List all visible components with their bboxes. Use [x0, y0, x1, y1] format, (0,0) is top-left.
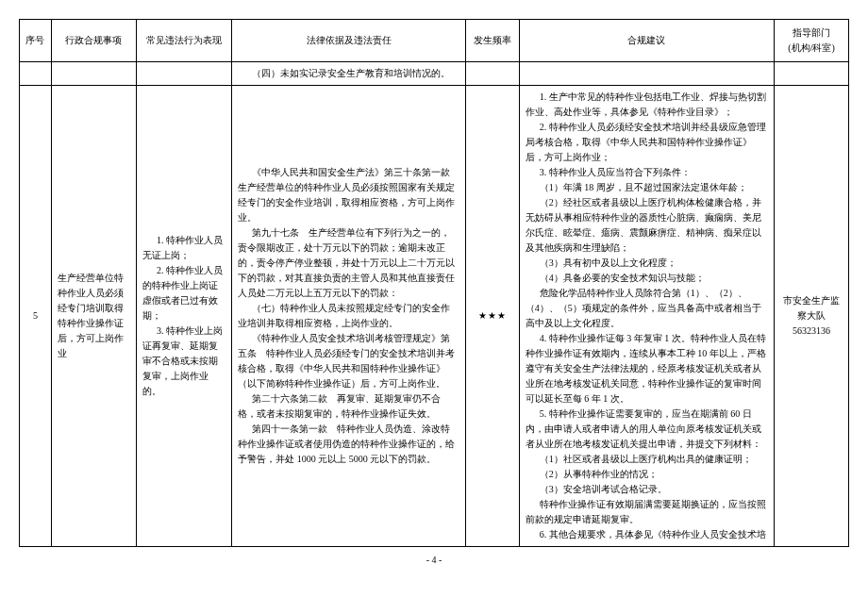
row5-seq: 5 [20, 86, 52, 547]
row5-freq: ★★★ [466, 86, 519, 547]
prev-violation [136, 62, 231, 86]
header-matter: 行政合规事项 [51, 20, 136, 62]
row5-advice-2: 2. 特种作业人员必须经安全技术培训并经县级应急管理局考核合格，取得《中华人民共… [526, 120, 768, 165]
prev-basis: （四）未如实记录安全生产教育和培训情况的。 [232, 62, 466, 86]
prev-matter [51, 62, 136, 86]
row5-advice-11: （1）社区或者县级以上医疗机构出具的健康证明； [526, 452, 768, 467]
row5-advice-1: 1. 生产中常见的特种作业包括电工作业、焊接与热切割作业、高处作业等，具体参见《… [526, 90, 768, 120]
row5-advice-6: （3）具有初中及以上文化程度； [526, 256, 768, 271]
row5-basis-6: 第四十一条第一款 特种作业人员伪造、涂改特种作业操作证或者使用伪造的特种作业操作… [238, 422, 459, 467]
row5-advice-14: 特种作业操作证有效期届满需要延期换证的，应当按照前款的规定申请延期复审。 [526, 497, 768, 527]
row5-basis: 《中华人民共和国安全生产法》第三十条第一款 生产经营单位的特种作业人员必须按照国… [232, 86, 466, 547]
row5-advice-12: （2）从事特种作业的情况； [526, 467, 768, 482]
prev-seq [20, 62, 52, 86]
row5-violation-3: 3. 特种作业上岗证再复审、延期复审不合格或未按期复审，上岗作业的。 [142, 324, 225, 399]
header-basis: 法律依据及违法责任 [232, 20, 466, 62]
table-row-prev: （四）未如实记录安全生产教育和培训情况的。 [20, 62, 849, 86]
compliance-table: 序号 行政合规事项 常见违法行为表现 法律依据及违法责任 发生频率 合规建议 指… [19, 19, 849, 547]
row5-dept: 市安全生产监察大队 56323136 [775, 86, 849, 547]
row5-violation-2: 2. 特种作业人员的特种作业上岗证虚假或者已过有效期； [142, 263, 225, 324]
prev-freq [466, 62, 519, 86]
row5-matter-text: 生产经营单位特种作业人员必须经专门培训取得特种作业操作证后，方可上岗作业 [58, 273, 124, 358]
table-header: 序号 行政合规事项 常见违法行为表现 法律依据及违法责任 发生频率 合规建议 指… [20, 20, 849, 62]
row5-matter: 生产经营单位特种作业人员必须经专门培训取得特种作业操作证后，方可上岗作业 [51, 86, 136, 547]
row5-advice-15: 6. 其他合规要求，具体参见《特种作业人员安全技术培 [526, 527, 768, 542]
row5-dept-name: 市安全生产监察大队 [780, 293, 843, 324]
row5-advice-3: 3. 特种作业人员应当符合下列条件： [526, 165, 768, 180]
header-dept-text: 指导部门 (机构/科室) [788, 27, 834, 53]
row5-advice-7: （4）具备必要的安全技术知识与技能； [526, 271, 768, 286]
row5-advice: 1. 生产中常见的特种作业包括电工作业、焊接与热切割作业、高处作业等，具体参见《… [519, 86, 774, 547]
header-freq: 发生频率 [466, 20, 519, 62]
row5-basis-3: （七）特种作业人员未按照规定经专门的安全作业培训并取得相应资格，上岗作业的。 [238, 301, 459, 331]
row5-dept-phone: 56323136 [780, 324, 843, 339]
header-seq: 序号 [20, 20, 52, 62]
row5-advice-10: 5. 特种作业操作证需要复审的，应当在期满前 60 日内，由申请人或者申请人的用… [526, 407, 768, 452]
row5-advice-5: （2）经社区或者县级以上医疗机构体检健康合格，并无妨碍从事相应特种作业的器质性心… [526, 195, 768, 256]
row5-violation-1: 1. 特种作业人员无证上岗； [142, 233, 225, 263]
row5-advice-13: （3）安全培训考试合格记录。 [526, 482, 768, 497]
header-dept: 指导部门 (机构/科室) [775, 20, 849, 62]
page-number: - 4 - [19, 555, 849, 565]
row5-basis-2: 第九十七条 生产经营单位有下列行为之一的，责令限期改正，处十万元以下的罚款；逾期… [238, 225, 459, 301]
row5-advice-8: 危险化学品特种作业人员除符合第（1）、（2）、（4）、（5）项规定的条件外，应当… [526, 286, 768, 331]
row5-advice-4: （1）年满 18 周岁，且不超过国家法定退休年龄； [526, 180, 768, 195]
header-advice: 合规建议 [519, 20, 774, 62]
row5-basis-5: 第二十六条第二款 再复审、延期复审仍不合格，或者未按期复审的，特种作业操作证失效… [238, 391, 459, 422]
row5-advice-9: 4. 特种作业操作证每 3 年复审 1 次。特种作业人员在特种作业操作证有效期内… [526, 331, 768, 407]
prev-dept [775, 62, 849, 86]
row5-basis-4: 《特种作业人员安全技术培训考核管理规定》第五条 特种作业人员必须经专门的安全技术… [238, 331, 459, 391]
row5-violation: 1. 特种作业人员无证上岗； 2. 特种作业人员的特种作业上岗证虚假或者已过有效… [136, 86, 231, 547]
header-violation: 常见违法行为表现 [136, 20, 231, 62]
table-row-5: 5 生产经营单位特种作业人员必须经专门培训取得特种作业操作证后，方可上岗作业 1… [20, 86, 849, 547]
row5-basis-1: 《中华人民共和国安全生产法》第三十条第一款 生产经营单位的特种作业人员必须按照国… [238, 165, 459, 225]
prev-basis-text: （四）未如实记录安全生产教育和培训情况的。 [238, 66, 459, 81]
prev-advice [519, 62, 774, 86]
